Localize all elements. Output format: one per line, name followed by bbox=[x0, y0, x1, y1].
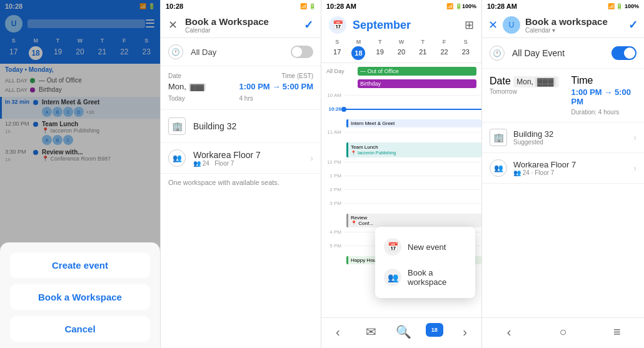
panel2-title: Book a Workspace bbox=[185, 16, 304, 27]
bottom-nav-p4: ‹ ○ ≡ bbox=[482, 317, 644, 348]
p3-day-17[interactable]: 17 bbox=[326, 46, 348, 60]
back-nav-icon[interactable]: ‹ bbox=[326, 323, 349, 341]
status-bar-p2: 10:28 📶 🔋 bbox=[161, 0, 321, 12]
confirm-icon-p2[interactable]: ✓ bbox=[304, 18, 313, 32]
month-title: September bbox=[353, 19, 465, 32]
panel-calendar-day: 10:28 📶 🔋 U ☰ S M T W T F S 17 18 19 20 … bbox=[0, 0, 161, 348]
context-menu-new-event[interactable]: 📅 New event bbox=[375, 232, 475, 262]
time-row-3pm: 3 PM bbox=[321, 200, 481, 214]
p4-subtitle: Calendar bbox=[525, 27, 551, 34]
context-menu-book-workspace[interactable]: 👥 Book a workspace bbox=[375, 262, 475, 293]
building-icon-p4: 🏢 bbox=[490, 129, 507, 146]
allday-row-p4: 🕐 All Day Event bbox=[482, 38, 644, 69]
calendar-badge[interactable]: 18 bbox=[426, 323, 443, 337]
forward-nav-icon[interactable]: › bbox=[454, 323, 476, 341]
allday-toggle-p4[interactable] bbox=[611, 46, 636, 60]
date-sub: Today bbox=[168, 95, 185, 102]
date-label-p4: Date bbox=[490, 76, 511, 86]
time-row-12pm: 12 PM bbox=[321, 159, 481, 172]
building-icon: 🏢 bbox=[168, 117, 186, 135]
time-label: Time (EST) bbox=[281, 72, 313, 79]
clock-icon-p4: 🕐 bbox=[490, 46, 505, 61]
time-row-11am: 11 AM bbox=[321, 129, 481, 142]
time-value: 1:00 PM → 5:00 PM bbox=[239, 82, 314, 91]
close-icon-p2[interactable]: ✕ bbox=[168, 18, 178, 32]
event-chip-intern[interactable]: Intern Meet & Greet bbox=[346, 119, 481, 127]
all-day-label: All Day bbox=[191, 47, 216, 57]
week-row-p3: 17 18 19 20 21 22 23 bbox=[321, 46, 481, 60]
p4-title: Book a workspace bbox=[525, 16, 628, 27]
p3-day-23[interactable]: 23 bbox=[455, 46, 476, 60]
chip-out-of-office: — Out of Office bbox=[358, 67, 476, 76]
workspace-row-p4[interactable]: 👥 Workarea Floor 7 👥 24 · Floor 7 › bbox=[482, 153, 644, 184]
status-time-p2: 10:28 bbox=[166, 2, 183, 10]
status-bar-p3: 10:28 AM 📶 🔋100% bbox=[321, 0, 481, 12]
divider-p3 bbox=[321, 62, 481, 63]
p3-day-20[interactable]: 20 bbox=[391, 46, 412, 60]
workspace-sub: 👥 24 Floor 7 bbox=[193, 160, 310, 167]
allday-label-p4: All Day Event bbox=[512, 48, 565, 58]
date-sub-p4: Tomorrow bbox=[490, 88, 559, 95]
panel-book-workspace: 10:28 📶 🔋 ✕ Book a Workspace Calendar ✓ … bbox=[161, 0, 321, 348]
mail-icon[interactable]: ✉ bbox=[360, 323, 382, 341]
time-label-p4: Time bbox=[571, 75, 593, 86]
time-row-1pm: 1 PM bbox=[321, 172, 481, 186]
book-workspace-button[interactable]: Book a Workspace bbox=[10, 284, 150, 310]
allday-birthday: Birthday bbox=[321, 78, 481, 89]
confirm-icon-p4[interactable]: ✓ bbox=[628, 18, 638, 32]
available-seats-text: One workspace with available seats. bbox=[161, 174, 321, 191]
weekday-labels-p3: S M T W T F S bbox=[321, 37, 481, 46]
panel-september-calendar: 10:28 AM 📶 🔋100% 📅 September ⊞ S M T W T… bbox=[321, 0, 482, 348]
time-row-10am: 10 AM bbox=[321, 92, 481, 106]
building-chevron-icon: › bbox=[633, 132, 636, 142]
building-name: Building 32 bbox=[193, 121, 236, 131]
workspace-icon-p4: 👥 bbox=[490, 159, 507, 177]
all-day-toggle[interactable] bbox=[291, 46, 313, 58]
date-val-p4: Mon, ▓▓▓ bbox=[513, 76, 558, 87]
grid-view-icon[interactable]: ⊞ bbox=[465, 18, 474, 32]
context-menu: 📅 New event 👥 Book a workspace bbox=[375, 227, 475, 298]
back-nav-p4[interactable]: ‹ bbox=[498, 323, 520, 341]
book-workspace-header: ✕ Book a Workspace Calendar ✓ bbox=[161, 12, 321, 38]
p4-header: ✕ U Book a workspace Calendar ▾ ✓ bbox=[482, 12, 644, 38]
action-modal: Create event Book a Workspace Cancel bbox=[0, 242, 160, 348]
time-row-1028: 10:28 bbox=[321, 106, 481, 119]
status-bar-p4: 10:28 AM 📶 🔋 100% bbox=[482, 0, 644, 12]
time-dur: 4 hrs bbox=[239, 95, 253, 102]
panel2-subtitle: Calendar bbox=[185, 27, 304, 34]
workspace-chevron-icon-p4: › bbox=[633, 163, 636, 173]
date-time-row[interactable]: Date Time (EST) Mon, ▓▓▓ Today 1:00 PM →… bbox=[161, 66, 321, 110]
workspace-icon: 👥 bbox=[168, 149, 186, 167]
workspace-name-p4: Workarea Floor 7 bbox=[513, 160, 633, 169]
building-row-p4[interactable]: 🏢 Building 32 Suggested › bbox=[482, 122, 644, 153]
search-icon[interactable]: 🔍 bbox=[393, 323, 415, 341]
duration-p4: Duration: 4 hours bbox=[571, 109, 636, 116]
workspace-name: Workarea Floor 7 bbox=[193, 150, 310, 160]
new-event-icon: 📅 bbox=[384, 238, 401, 256]
building-row[interactable]: 🏢 Building 32 bbox=[161, 110, 321, 143]
date-label: Date bbox=[168, 72, 181, 79]
date-value: Mon, ▓▓▓ bbox=[168, 82, 206, 91]
datetime-row-p4[interactable]: Date Mon, ▓▓▓ Tomorrow Time 1:00 PM → 5:… bbox=[482, 69, 644, 122]
event-chip-review[interactable]: Review📍 Conf... bbox=[346, 214, 481, 227]
building-name-p4: Building 32 bbox=[513, 129, 633, 139]
cancel-button[interactable]: Cancel bbox=[10, 316, 150, 342]
menu-nav-p4[interactable]: ≡ bbox=[606, 323, 628, 341]
status-time-p4: 10:28 AM bbox=[487, 2, 517, 10]
p3-day-21[interactable]: 21 bbox=[412, 46, 433, 60]
p3-day-18-today[interactable]: 18 bbox=[351, 46, 365, 60]
bottom-nav-p3: ‹ ✉ 🔍 18 › bbox=[321, 317, 481, 348]
september-header: 📅 September ⊞ bbox=[321, 12, 481, 37]
workspace-row[interactable]: 👥 Workarea Floor 7 👥 24 Floor 7 › bbox=[161, 143, 321, 174]
back-icon-p4[interactable]: ✕ bbox=[488, 18, 498, 32]
panel-book-workspace-detail: 10:28 AM 📶 🔋 100% ✕ U Book a workspace C… bbox=[482, 0, 644, 348]
chip-birthday: Birthday bbox=[358, 79, 476, 88]
event-chip-team-lunch[interactable]: Team Lunch📍 Iacceron Publishing bbox=[346, 142, 481, 157]
modal-overlay[interactable]: Create event Book a Workspace Cancel bbox=[0, 0, 160, 348]
p3-day-22[interactable]: 22 bbox=[433, 46, 455, 60]
home-nav-p4[interactable]: ○ bbox=[551, 323, 574, 341]
p3-day-19[interactable]: 19 bbox=[370, 46, 391, 60]
time-from-p4: 1:00 PM → 5:00 PM bbox=[571, 87, 636, 106]
time-row-2pm: 2 PM bbox=[321, 186, 481, 200]
create-event-button[interactable]: Create event bbox=[10, 252, 150, 278]
